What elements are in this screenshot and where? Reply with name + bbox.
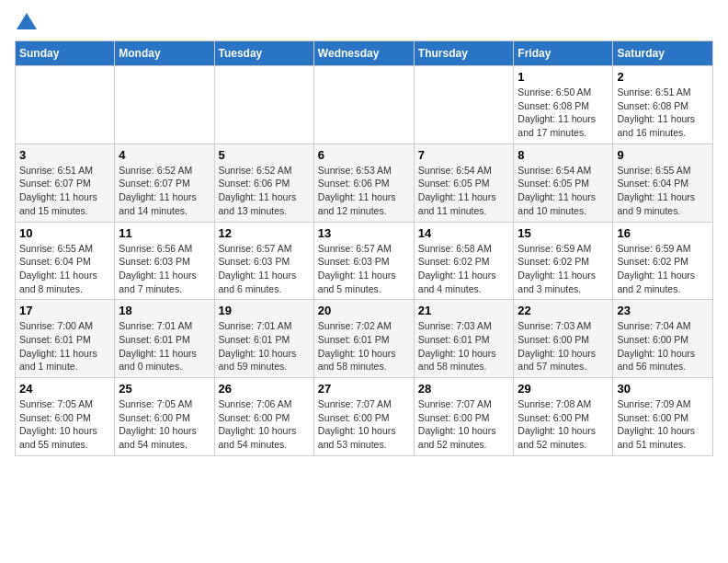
- day-info: Sunrise: 6:58 AMSunset: 6:02 PMDaylight:…: [418, 242, 510, 296]
- day-info: Sunrise: 7:03 AMSunset: 6:01 PMDaylight:…: [418, 319, 510, 373]
- day-info: Sunrise: 7:02 AMSunset: 6:01 PMDaylight:…: [318, 319, 410, 373]
- day-number: 21: [418, 304, 510, 317]
- svg-marker-0: [17, 13, 37, 29]
- day-number: 25: [119, 382, 210, 396]
- day-number: 20: [318, 304, 410, 317]
- day-info: Sunrise: 6:50 AMSunset: 6:08 PMDaylight:…: [518, 86, 609, 140]
- day-info: Sunrise: 6:52 AMSunset: 6:07 PMDaylight:…: [119, 164, 210, 218]
- day-number: 15: [518, 226, 609, 240]
- calendar-week-row: 3Sunrise: 6:51 AMSunset: 6:07 PMDaylight…: [16, 144, 713, 222]
- calendar-cell: [313, 66, 414, 144]
- calendar-cell: 17Sunrise: 7:00 AMSunset: 6:01 PMDayligh…: [16, 300, 115, 378]
- day-info: Sunrise: 6:56 AMSunset: 6:03 PMDaylight:…: [119, 242, 210, 296]
- weekday-header: Saturday: [613, 41, 713, 66]
- day-number: 11: [119, 226, 210, 240]
- day-info: Sunrise: 7:00 AMSunset: 6:01 PMDaylight:…: [19, 319, 110, 373]
- day-number: 24: [19, 382, 110, 396]
- weekday-header: Tuesday: [214, 41, 313, 66]
- day-info: Sunrise: 7:01 AMSunset: 6:01 PMDaylight:…: [119, 319, 210, 373]
- day-info: Sunrise: 7:09 AMSunset: 6:00 PMDaylight:…: [617, 397, 709, 452]
- day-number: 2: [617, 70, 709, 84]
- calendar-week-row: 17Sunrise: 7:00 AMSunset: 6:01 PMDayligh…: [16, 300, 713, 378]
- logo: [15, 15, 37, 29]
- day-number: 5: [219, 148, 310, 162]
- calendar-cell: [16, 66, 115, 144]
- day-info: Sunrise: 7:05 AMSunset: 6:00 PMDaylight:…: [19, 397, 110, 452]
- calendar-cell: 7Sunrise: 6:54 AMSunset: 6:05 PMDaylight…: [414, 144, 514, 222]
- day-info: Sunrise: 6:59 AMSunset: 6:02 PMDaylight:…: [617, 242, 709, 296]
- day-number: 18: [119, 304, 210, 317]
- day-info: Sunrise: 6:51 AMSunset: 6:08 PMDaylight:…: [617, 86, 709, 140]
- day-info: Sunrise: 6:55 AMSunset: 6:04 PMDaylight:…: [19, 242, 110, 296]
- calendar-cell: 9Sunrise: 6:55 AMSunset: 6:04 PMDaylight…: [613, 144, 713, 222]
- day-number: 3: [19, 148, 110, 162]
- weekday-header: Thursday: [414, 41, 514, 66]
- day-number: 12: [219, 226, 310, 240]
- calendar-cell: 20Sunrise: 7:02 AMSunset: 6:01 PMDayligh…: [313, 300, 414, 378]
- calendar-cell: 19Sunrise: 7:01 AMSunset: 6:01 PMDayligh…: [214, 300, 313, 378]
- calendar-cell: 28Sunrise: 7:07 AMSunset: 6:00 PMDayligh…: [414, 378, 514, 456]
- day-number: 14: [418, 226, 510, 240]
- day-info: Sunrise: 7:01 AMSunset: 6:01 PMDaylight:…: [219, 319, 310, 373]
- calendar-cell: 22Sunrise: 7:03 AMSunset: 6:00 PMDayligh…: [514, 300, 613, 378]
- day-info: Sunrise: 6:59 AMSunset: 6:02 PMDaylight:…: [518, 242, 609, 296]
- day-info: Sunrise: 7:06 AMSunset: 6:00 PMDaylight:…: [219, 397, 310, 452]
- day-info: Sunrise: 7:07 AMSunset: 6:00 PMDaylight:…: [318, 397, 410, 452]
- logo-icon: [17, 13, 37, 29]
- calendar-header-row: SundayMondayTuesdayWednesdayThursdayFrid…: [16, 41, 713, 66]
- day-info: Sunrise: 6:51 AMSunset: 6:07 PMDaylight:…: [19, 164, 110, 218]
- calendar-cell: 26Sunrise: 7:06 AMSunset: 6:00 PMDayligh…: [214, 378, 313, 456]
- weekday-header: Wednesday: [313, 41, 414, 66]
- day-info: Sunrise: 7:03 AMSunset: 6:00 PMDaylight:…: [518, 319, 609, 373]
- calendar-cell: 12Sunrise: 6:57 AMSunset: 6:03 PMDayligh…: [214, 222, 313, 300]
- calendar-cell: 21Sunrise: 7:03 AMSunset: 6:01 PMDayligh…: [414, 300, 514, 378]
- day-info: Sunrise: 7:05 AMSunset: 6:00 PMDaylight:…: [119, 397, 210, 452]
- calendar-cell: 10Sunrise: 6:55 AMSunset: 6:04 PMDayligh…: [16, 222, 115, 300]
- calendar-cell: 23Sunrise: 7:04 AMSunset: 6:00 PMDayligh…: [613, 300, 713, 378]
- day-info: Sunrise: 6:55 AMSunset: 6:04 PMDaylight:…: [617, 164, 709, 218]
- calendar-table: SundayMondayTuesdayWednesdayThursdayFrid…: [15, 40, 713, 456]
- calendar-week-row: 1Sunrise: 6:50 AMSunset: 6:08 PMDaylight…: [16, 66, 713, 144]
- weekday-header: Friday: [514, 41, 613, 66]
- calendar-cell: 13Sunrise: 6:57 AMSunset: 6:03 PMDayligh…: [313, 222, 414, 300]
- calendar-cell: [115, 66, 214, 144]
- page-header: [15, 15, 713, 29]
- day-number: 16: [617, 226, 709, 240]
- day-number: 8: [518, 148, 609, 162]
- calendar-cell: 27Sunrise: 7:07 AMSunset: 6:00 PMDayligh…: [313, 378, 414, 456]
- day-info: Sunrise: 6:57 AMSunset: 6:03 PMDaylight:…: [318, 242, 410, 296]
- day-info: Sunrise: 6:54 AMSunset: 6:05 PMDaylight:…: [418, 164, 510, 218]
- day-number: 27: [318, 382, 410, 396]
- day-info: Sunrise: 6:53 AMSunset: 6:06 PMDaylight:…: [318, 164, 410, 218]
- day-number: 6: [318, 148, 410, 162]
- calendar-cell: 11Sunrise: 6:56 AMSunset: 6:03 PMDayligh…: [115, 222, 214, 300]
- day-number: 7: [418, 148, 510, 162]
- calendar-cell: 4Sunrise: 6:52 AMSunset: 6:07 PMDaylight…: [115, 144, 214, 222]
- day-number: 17: [19, 304, 110, 317]
- calendar-cell: 3Sunrise: 6:51 AMSunset: 6:07 PMDaylight…: [16, 144, 115, 222]
- weekday-header: Monday: [115, 41, 214, 66]
- calendar-cell: 24Sunrise: 7:05 AMSunset: 6:00 PMDayligh…: [16, 378, 115, 456]
- day-number: 1: [518, 70, 609, 84]
- calendar-cell: [414, 66, 514, 144]
- day-number: 23: [617, 304, 709, 317]
- day-number: 19: [219, 304, 310, 317]
- day-info: Sunrise: 7:07 AMSunset: 6:00 PMDaylight:…: [418, 397, 510, 452]
- calendar-cell: 30Sunrise: 7:09 AMSunset: 6:00 PMDayligh…: [613, 378, 713, 456]
- weekday-header: Sunday: [16, 41, 115, 66]
- calendar-cell: 5Sunrise: 6:52 AMSunset: 6:06 PMDaylight…: [214, 144, 313, 222]
- day-number: 13: [318, 226, 410, 240]
- day-info: Sunrise: 7:04 AMSunset: 6:00 PMDaylight:…: [617, 319, 709, 373]
- day-number: 22: [518, 304, 609, 317]
- day-number: 10: [19, 226, 110, 240]
- day-number: 30: [617, 382, 709, 396]
- calendar-cell: 18Sunrise: 7:01 AMSunset: 6:01 PMDayligh…: [115, 300, 214, 378]
- calendar-cell: [214, 66, 313, 144]
- calendar-cell: 6Sunrise: 6:53 AMSunset: 6:06 PMDaylight…: [313, 144, 414, 222]
- calendar-week-row: 10Sunrise: 6:55 AMSunset: 6:04 PMDayligh…: [16, 222, 713, 300]
- day-info: Sunrise: 6:52 AMSunset: 6:06 PMDaylight:…: [219, 164, 310, 218]
- calendar-cell: 1Sunrise: 6:50 AMSunset: 6:08 PMDaylight…: [514, 66, 613, 144]
- day-info: Sunrise: 6:57 AMSunset: 6:03 PMDaylight:…: [219, 242, 310, 296]
- calendar-cell: 29Sunrise: 7:08 AMSunset: 6:00 PMDayligh…: [514, 378, 613, 456]
- calendar-week-row: 24Sunrise: 7:05 AMSunset: 6:00 PMDayligh…: [16, 378, 713, 456]
